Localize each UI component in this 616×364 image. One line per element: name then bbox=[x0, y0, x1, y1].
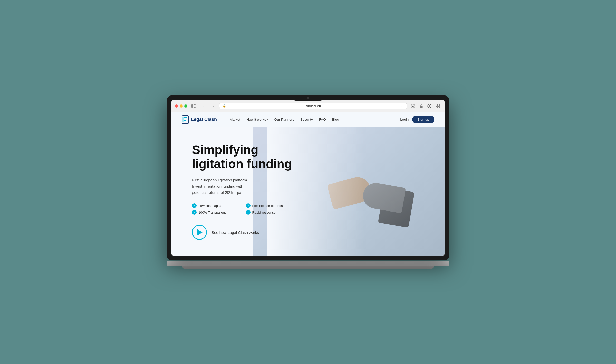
hero-section: Simplifying ligitation funding First eur… bbox=[171, 127, 445, 256]
signup-button[interactable]: Sign up bbox=[412, 116, 434, 123]
macbook-notch bbox=[293, 95, 323, 101]
url-text: finriser.eu bbox=[228, 104, 400, 108]
new-tab-button[interactable] bbox=[426, 103, 433, 109]
nav-actions: Login Sign up bbox=[400, 116, 434, 123]
nav-our-partners[interactable]: Our Partners bbox=[274, 118, 294, 121]
logo-icon bbox=[182, 115, 189, 124]
nav-how-it-works[interactable]: How it works ▾ bbox=[246, 118, 268, 121]
play-icon bbox=[197, 229, 203, 235]
feature-transparent: ✓ 100% Transparent bbox=[192, 210, 238, 215]
svg-rect-8 bbox=[438, 104, 439, 106]
macbook-frame: ‹ › 🔒 finriser.eu ↻ bbox=[167, 95, 449, 269]
forward-button[interactable]: › bbox=[209, 103, 217, 109]
check-icon: ✓ bbox=[192, 203, 197, 208]
nav-faq[interactable]: FAQ bbox=[319, 118, 326, 121]
tabs-button[interactable] bbox=[434, 103, 441, 109]
logo[interactable]: Legal Clash bbox=[182, 115, 217, 124]
navbar: Legal Clash Market How it works ▾ Our Pa… bbox=[171, 112, 445, 127]
svg-rect-3 bbox=[194, 107, 196, 108]
hero-subtitle: First european ligitation platform. Inve… bbox=[192, 177, 292, 196]
macbook-foot bbox=[182, 266, 434, 269]
check-icon: ✓ bbox=[192, 210, 197, 215]
cta-label: See how Legal Clash works bbox=[211, 230, 259, 235]
lock-icon: 🔒 bbox=[223, 104, 226, 108]
camera bbox=[307, 97, 309, 99]
svg-rect-9 bbox=[436, 106, 437, 108]
hero-title: Simplifying ligitation funding bbox=[192, 143, 292, 171]
nav-market[interactable]: Market bbox=[230, 118, 240, 121]
logo-text: Legal Clash bbox=[191, 117, 217, 122]
minimize-button[interactable] bbox=[180, 104, 183, 108]
website: Legal Clash Market How it works ▾ Our Pa… bbox=[171, 112, 445, 256]
svg-rect-0 bbox=[191, 104, 193, 108]
login-button[interactable]: Login bbox=[400, 118, 409, 121]
maximize-button[interactable] bbox=[184, 104, 187, 108]
macbook-base bbox=[167, 261, 449, 266]
hero-content: Simplifying ligitation funding First eur… bbox=[171, 127, 302, 256]
sidebar-toggle-button[interactable] bbox=[190, 103, 197, 109]
svg-rect-10 bbox=[438, 106, 439, 108]
play-button[interactable] bbox=[192, 225, 207, 240]
traffic-lights bbox=[175, 104, 187, 108]
address-bar[interactable]: 🔒 finriser.eu ↻ bbox=[219, 103, 407, 109]
svg-rect-1 bbox=[194, 104, 196, 105]
cta-area: See how Legal Clash works bbox=[192, 225, 292, 240]
svg-rect-7 bbox=[436, 104, 437, 106]
reload-icon[interactable]: ↻ bbox=[401, 104, 404, 108]
check-icon: ✓ bbox=[246, 210, 251, 215]
browser-actions bbox=[410, 103, 441, 109]
svg-rect-12 bbox=[182, 117, 184, 122]
features-list: ✓ Low cost capital ✓ Flexible use of fun… bbox=[192, 203, 292, 215]
feature-rapid: ✓ Rapid response bbox=[246, 210, 292, 215]
svg-rect-5 bbox=[420, 106, 422, 108]
svg-rect-2 bbox=[194, 106, 196, 106]
share-button[interactable] bbox=[418, 103, 425, 109]
back-button[interactable]: ‹ bbox=[200, 103, 207, 109]
browser-chrome: ‹ › 🔒 finriser.eu ↻ bbox=[171, 100, 445, 112]
nav-security[interactable]: Security bbox=[300, 118, 313, 121]
feature-flexible: ✓ Flexible use of funds bbox=[246, 203, 292, 208]
feature-low-cost: ✓ Low cost capital bbox=[192, 203, 238, 208]
nav-blog[interactable]: Blog bbox=[332, 118, 339, 121]
nav-links: Market How it works ▾ Our Partners Secur… bbox=[230, 118, 392, 121]
download-button[interactable] bbox=[410, 103, 416, 109]
close-button[interactable] bbox=[175, 104, 178, 108]
dropdown-arrow-icon: ▾ bbox=[267, 118, 268, 121]
check-icon: ✓ bbox=[246, 203, 251, 208]
screen: ‹ › 🔒 finriser.eu ↻ bbox=[171, 100, 445, 256]
